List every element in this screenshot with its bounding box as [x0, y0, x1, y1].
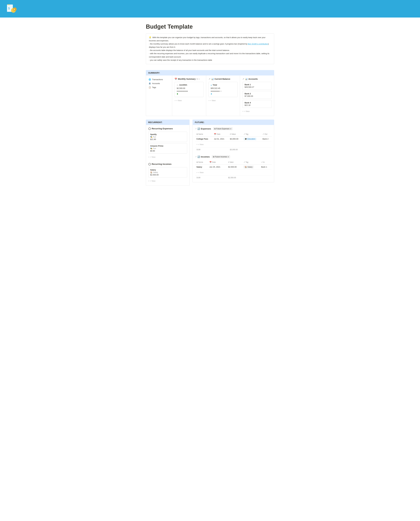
income-row-date: Jun 25, 2021	[208, 164, 227, 170]
transactions-icon: 🌐	[149, 78, 151, 81]
future-incomes-title: Incomes	[201, 156, 210, 158]
summary-section-header: SUMMARY:	[146, 70, 274, 76]
expense-card-amazon[interactable]: Amazon Prime 🎭 Fun $9.90	[148, 143, 187, 154]
expense-spotify-name: Spotify	[150, 133, 185, 135]
summary-grid: 🌐 Transactions 🏦 Accounts 📋 Tags 📅 Month…	[146, 76, 274, 116]
future-column: FUTURE: ↗ 🔄 Expenses ⊞ Future Expenses ∨	[193, 120, 274, 186]
future-incomes-view-selector[interactable]: ⊞ Future Incomes ∨	[212, 155, 230, 158]
incomes-add-row[interactable]: + + New	[195, 170, 272, 175]
table-row[interactable]: College Fees Jul 31, 2021 $3,000.00 🎓 Ed…	[195, 136, 272, 141]
monthly-summary-title: 📅 Monthly Summary ⊞ ∨	[175, 78, 204, 80]
future-expenses-title: Expenses	[201, 127, 211, 130]
accounts-chart-icon: 📊	[245, 78, 248, 80]
education-icon: 🎓	[245, 138, 247, 140]
salary-icon: 🏠	[150, 171, 152, 173]
incomes-expand-icon: ↗	[195, 156, 197, 158]
info-line2: - the monthly summary allows you to know…	[149, 43, 269, 48]
expenses-table-header: ⊞ Name 📅 Date # Value	[195, 132, 272, 137]
info-line3: - the accounts table displays the balanc…	[149, 49, 230, 51]
expense-amazon-name: Amazon Prime	[150, 145, 185, 147]
recurring-expenses-new-btn[interactable]: + + New	[148, 155, 187, 159]
recurring-expenses-title: ◯ Recurring Expenses	[148, 127, 187, 130]
monthly-dot-indicator: ●	[177, 93, 202, 95]
bank4-amount: $22.18	[245, 104, 270, 106]
accounts-new-btn[interactable]: + + New	[242, 109, 272, 114]
table-icon-2: ⊞	[213, 156, 214, 158]
future-expenses-table: ⊞ Name 📅 Date # Value	[195, 132, 272, 152]
expense-spotify-amount: $21.90	[150, 138, 185, 140]
table-row[interactable]: Salary Jun 25, 2021 $2,500.00 🏠 Salary	[195, 164, 272, 170]
incomes-sum-label: SUM	[195, 175, 227, 180]
income-row-valor: $2,500.00	[227, 164, 242, 170]
salary-tag-icon: 🏠	[245, 166, 247, 168]
bank-card-4[interactable]: Bank 4 $22.18	[242, 100, 272, 108]
nav-item-tags[interactable]: 📋 Tags	[148, 86, 170, 89]
current-balance-card[interactable]: ● Total $35,522.45 ●●●●●●●●○○ ●	[209, 82, 238, 97]
chevron-down-icon: ∨	[230, 128, 232, 130]
col-in: ↗ In	[260, 160, 272, 164]
plus-icon-2: +	[209, 99, 210, 101]
bank-card-2[interactable]: Bank 2 $7,000.00	[242, 91, 272, 99]
future-box: ↗ 🔄 Expenses ⊞ Future Expenses ∨	[193, 125, 274, 182]
current-balance-new-btn[interactable]: + + New	[209, 98, 238, 103]
expenses-add-btn[interactable]: + + New	[196, 143, 270, 146]
fun-icon-1: 🎭	[150, 136, 152, 138]
summary-section: SUMMARY: 🌐 Transactions 🏦 Accounts 📋 Tag…	[146, 70, 274, 116]
col-inc-tag: ↗ Tag	[242, 160, 260, 164]
recurrent-box: ◯ Recurring Expenses Spotify 🎭 Fun $21.9…	[146, 125, 190, 186]
svg-point-3	[13, 8, 17, 11]
summary-nav: 🌐 Transactions 🏦 Accounts 📋 Tags	[146, 76, 172, 116]
expense-spotify-tag: 🎭 Fun	[150, 136, 185, 138]
expand-icon: ↗	[209, 78, 210, 80]
expense-row-name: College Fees	[195, 136, 212, 141]
monthly-summary-new-btn[interactable]: + + New	[175, 98, 204, 103]
recurring-expenses-subsection: ◯ Recurring Expenses Spotify 🎭 Fun $21.9…	[148, 127, 187, 159]
income-salary-tag: 🏠 Salary	[150, 171, 185, 173]
expense-row-value: $3,000.00	[229, 136, 242, 141]
expenses-recurrent-icon: 🔄	[197, 128, 200, 130]
recurrent-future-layout: RECURRENT: ◯ Recurring Expenses Spotify …	[146, 120, 274, 186]
info-box: 💡With this template you can organize you…	[146, 33, 274, 64]
current-balance-title: ↗ 📊 Current Balance	[209, 78, 238, 80]
expenses-sum-value: $3,000.00	[229, 147, 242, 152]
calendar-icon: 📅	[175, 78, 177, 80]
expense-amazon-tag: 🎭 Fun	[150, 148, 185, 149]
income-salary-amount: $2,500.00	[150, 174, 185, 176]
nav-item-transactions[interactable]: 🌐 Transactions	[148, 78, 170, 81]
accounts-title: ↗ 📊 Accounts	[242, 78, 272, 80]
contribution-link[interactable]: Ben Smith's contribution	[248, 43, 268, 45]
expense-row-out: Bank 2	[261, 136, 272, 141]
info-line4: - with the recurring expenses and income…	[149, 52, 269, 58]
bank-card-1[interactable]: Bank 1 $28,500.27	[242, 82, 272, 90]
balance-progress-dots: ●●●●●●●●○○	[211, 90, 235, 92]
in-col-icon: ↗	[261, 161, 263, 163]
future-expenses-view-selector[interactable]: ⊞ Future Expenses ∨	[213, 127, 232, 130]
col-inc-date: 📅 Date	[208, 160, 227, 164]
expense-amazon-amount: $9.90	[150, 150, 185, 152]
nav-tags-label: Tags	[152, 86, 156, 88]
recurring-incomes-title: ◯ Recurring Incomes	[148, 163, 187, 165]
future-incomes-header: ↗ 🔄 Incomes ⊞ Future Incomes ∨	[195, 155, 272, 158]
col-out: ↗ Out	[261, 132, 272, 137]
monthly-summary-options[interactable]: ⊞ ∨	[196, 78, 200, 80]
fun-icon-2: 🎭	[150, 148, 152, 149]
income-row-in: Bank 1	[260, 164, 272, 170]
expense-card-spotify[interactable]: Spotify 🎭 Fun $21.90	[148, 132, 187, 142]
income-card-salary[interactable]: Salary 🏠 Salary $2,500.00	[148, 167, 187, 178]
bank2-name: Bank 2	[245, 93, 270, 95]
bank4-name: Bank 4	[245, 101, 270, 104]
monthly-progress-dots: ●●●●●●●●●●	[177, 90, 202, 92]
nav-item-accounts[interactable]: 🏦 Accounts	[148, 82, 170, 85]
bank1-name: Bank 1	[245, 84, 270, 86]
recurring-incomes-new-btn[interactable]: + + New	[148, 179, 187, 183]
inc-date-col-icon: 📅	[210, 161, 212, 163]
plus-icon-7: +	[196, 171, 198, 174]
balance-dot-indicator: ●	[211, 93, 235, 95]
monthly-summary-card[interactable]: ⊙ Jun/2021 $2,500.00 ●●●●●●●●●● ●	[175, 82, 204, 97]
plus-icon-5: +	[148, 180, 150, 182]
col-tag: ↗ Tag	[242, 132, 261, 137]
plus-icon-6: +	[196, 143, 198, 146]
accounts-expand-icon: ↗	[242, 78, 244, 80]
incomes-add-btn[interactable]: + + New	[196, 171, 270, 174]
expenses-add-row[interactable]: + + New	[195, 141, 272, 147]
